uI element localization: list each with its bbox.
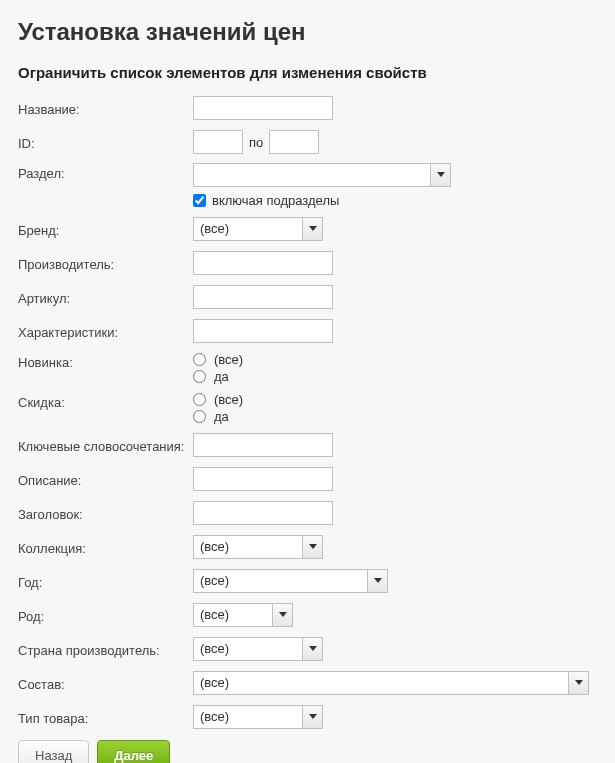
collection-select[interactable]: (все) xyxy=(193,535,323,559)
name-input[interactable] xyxy=(193,96,333,120)
composition-select[interactable]: (все) xyxy=(193,671,589,695)
subtitle: Ограничить список элементов для изменени… xyxy=(18,64,597,81)
next-button[interactable]: Далее xyxy=(97,740,170,763)
chevron-down-icon xyxy=(367,570,387,592)
year-value: (все) xyxy=(194,570,367,592)
section-label: Раздел: xyxy=(18,163,193,181)
chevron-down-icon xyxy=(302,706,322,728)
new-yes-radio[interactable] xyxy=(193,370,206,383)
collection-value: (все) xyxy=(194,536,302,558)
composition-label: Состав: xyxy=(18,674,193,692)
chevron-down-icon xyxy=(430,164,450,186)
heading-input[interactable] xyxy=(193,501,333,525)
include-sub-checkbox[interactable] xyxy=(193,194,206,207)
description-label: Описание: xyxy=(18,470,193,488)
id-from-input[interactable] xyxy=(193,130,243,154)
chevron-down-icon xyxy=(272,604,292,626)
article-input[interactable] xyxy=(193,285,333,309)
id-to-input[interactable] xyxy=(269,130,319,154)
gender-select[interactable]: (все) xyxy=(193,603,293,627)
product-type-value: (все) xyxy=(194,706,302,728)
article-label: Артикул: xyxy=(18,288,193,306)
producer-label: Производитель: xyxy=(18,254,193,272)
filter-form: Название: ID: по Раздел: включ xyxy=(18,95,597,763)
keywords-label: Ключевые словосочетания: xyxy=(18,436,193,454)
chevron-down-icon xyxy=(302,638,322,660)
year-label: Год: xyxy=(18,572,193,590)
brand-select[interactable]: (все) xyxy=(193,217,323,241)
name-label: Название: xyxy=(18,99,193,117)
country-select[interactable]: (все) xyxy=(193,637,323,661)
features-input[interactable] xyxy=(193,319,333,343)
discount-yes-label: да xyxy=(214,409,229,424)
discount-label: Скидка: xyxy=(18,392,193,410)
description-input[interactable] xyxy=(193,467,333,491)
composition-value: (все) xyxy=(194,672,568,694)
new-yes-label: да xyxy=(214,369,229,384)
discount-all-radio[interactable] xyxy=(193,393,206,406)
chevron-down-icon xyxy=(302,536,322,558)
producer-input[interactable] xyxy=(193,251,333,275)
chevron-down-icon xyxy=(568,672,588,694)
heading-label: Заголовок: xyxy=(18,504,193,522)
back-button[interactable]: Назад xyxy=(18,740,89,763)
page-title: Установка значений цен xyxy=(18,18,597,46)
brand-value: (все) xyxy=(194,218,302,240)
country-value: (все) xyxy=(194,638,302,660)
country-label: Страна производитель: xyxy=(18,640,193,658)
product-type-select[interactable]: (все) xyxy=(193,705,323,729)
features-label: Характеристики: xyxy=(18,322,193,340)
new-all-radio[interactable] xyxy=(193,353,206,366)
new-all-label: (все) xyxy=(214,352,243,367)
discount-yes-radio[interactable] xyxy=(193,410,206,423)
keywords-input[interactable] xyxy=(193,433,333,457)
chevron-down-icon xyxy=(302,218,322,240)
gender-value: (все) xyxy=(194,604,272,626)
id-separator: по xyxy=(249,135,263,150)
section-value xyxy=(194,164,430,186)
new-label: Новинка: xyxy=(18,352,193,370)
year-select[interactable]: (все) xyxy=(193,569,388,593)
include-sub-label: включая подразделы xyxy=(212,193,339,208)
id-label: ID: xyxy=(18,133,193,151)
gender-label: Род: xyxy=(18,606,193,624)
product-type-label: Тип товара: xyxy=(18,708,193,726)
discount-all-label: (все) xyxy=(214,392,243,407)
collection-label: Коллекция: xyxy=(18,538,193,556)
section-select[interactable] xyxy=(193,163,451,187)
brand-label: Бренд: xyxy=(18,220,193,238)
